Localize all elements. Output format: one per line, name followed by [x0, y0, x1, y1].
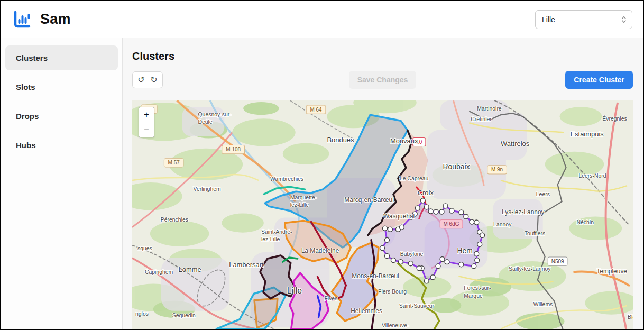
vertex-handle[interactable] — [398, 260, 403, 264]
vertex-handle[interactable] — [388, 227, 392, 232]
map-place-label: Sailly-lez-Lannoy — [509, 265, 551, 272]
map-place-label: Saint-Sauveur — [399, 302, 435, 309]
sidebar-item-drops[interactable]: Drops — [5, 104, 118, 129]
map-place-label: Fives — [324, 295, 337, 301]
map-place-label: Forest-sur- — [464, 285, 491, 291]
vertex-handle[interactable] — [477, 242, 482, 246]
vertex-handle[interactable] — [459, 210, 464, 215]
redo-button[interactable]: ↻ — [149, 73, 159, 87]
vertex-handle[interactable] — [436, 264, 440, 269]
map-place-label: Villeneuve- — [382, 322, 409, 328]
map-place-label: nglos — [135, 310, 149, 317]
sidebar-item-hubs[interactable]: Hubs — [5, 133, 118, 158]
map-place-label: Pérenchies — [161, 216, 188, 223]
vertex-handle[interactable] — [459, 262, 464, 267]
map-place-label: Lille — [287, 285, 302, 295]
city-selector-value: Lille — [542, 15, 555, 24]
map-place-label: Capinghem — [145, 269, 173, 275]
map-place-label: Deûle — [198, 118, 212, 125]
toolbar: ↺ ↻ Save Changes Create Cluster — [132, 71, 633, 89]
vertex-handle[interactable] — [445, 260, 449, 264]
brand: Sam — [12, 10, 71, 30]
map-place-label: Martinoire — [477, 105, 502, 112]
bar-chart-logo-icon — [12, 10, 32, 30]
vertex-handle[interactable] — [475, 258, 480, 263]
map-place-label: Néchin — [576, 219, 594, 225]
map-zoom-out-button[interactable]: − — [139, 122, 154, 137]
vertex-handle[interactable] — [399, 225, 404, 230]
save-changes-button[interactable]: Save Changes — [349, 71, 417, 89]
vertex-handle[interactable] — [417, 266, 421, 271]
vertex-handle[interactable] — [424, 205, 429, 209]
vertex-handle[interactable] — [470, 219, 474, 224]
vertex-handle[interactable] — [449, 208, 454, 213]
create-cluster-button[interactable]: Create Cluster — [565, 71, 633, 89]
vertex-handle[interactable] — [443, 204, 448, 208]
road-badge: M 108 — [222, 145, 245, 154]
map-place-label: Mons-en-Barœul — [352, 272, 399, 280]
map-place-label: Évregnies — [602, 115, 627, 122]
vertex-handle[interactable] — [430, 275, 435, 280]
map-place-label: Wambrechies — [270, 176, 303, 182]
map-place-label: Lambersart — [229, 261, 264, 269]
map-place-label: Mouvaux — [390, 136, 418, 144]
map-place-label: Crétinier — [471, 116, 492, 122]
map-place-label: lez-Lille — [290, 201, 309, 208]
vertex-handle[interactable] — [434, 209, 438, 214]
road-badge: M 64 — [306, 105, 326, 114]
map-place-label: Lomme — [179, 265, 201, 273]
vertex-handle[interactable] — [384, 254, 389, 259]
vertex-handle[interactable] — [384, 237, 389, 242]
map-place-label: Sequedin — [172, 312, 196, 318]
map-place-label: Templeuve — [596, 268, 627, 275]
map-place-label: La Madeleine — [301, 247, 339, 254]
map-place-label: Toufflers — [525, 230, 545, 236]
map-canvas[interactable]: 949M 108M 57M 64M 9nM 6dGN50910 Quesnoy-… — [132, 100, 633, 329]
select-updown-icon — [621, 15, 627, 24]
map-place-label: Estaimpuis — [571, 130, 604, 138]
map-place-label: Hem — [457, 246, 472, 255]
map-place-label: Saint-André- — [261, 228, 292, 235]
vertex-handle[interactable] — [439, 209, 444, 214]
map-zoom-in-button[interactable]: + — [139, 107, 154, 122]
vertex-handle[interactable] — [408, 261, 413, 266]
road-badge-label: M 57 — [168, 160, 180, 166]
city-selector[interactable]: Lille — [535, 10, 632, 29]
map-place-label: Blandain — [628, 314, 633, 320]
map-zoom-control: + − — [139, 107, 154, 138]
map-place-label: Verlinghem — [194, 186, 221, 192]
vertex-handle[interactable] — [440, 257, 445, 262]
map-place-label: Quesnoy-sur- — [198, 111, 232, 117]
vertex-handle[interactable] — [474, 251, 479, 256]
vertex-handle[interactable] — [380, 245, 385, 250]
vertex-handle[interactable] — [480, 233, 485, 237]
app-body: Clusters Slots Drops Hubs Clusters ↺ ↻ S… — [1, 38, 643, 329]
vertex-handle[interactable] — [472, 264, 476, 269]
map-place-label: Wattrelos — [501, 140, 530, 148]
main-content: Clusters ↺ ↻ Save Changes Create Cluster — [123, 38, 643, 329]
vertex-handle[interactable] — [428, 209, 433, 214]
page-title: Clusters — [132, 50, 633, 62]
vertex-handle[interactable] — [383, 226, 388, 231]
map-place-label: lez-Lille — [261, 236, 280, 242]
vertex-handle[interactable] — [464, 214, 468, 219]
undo-redo-group: ↺ ↻ — [132, 71, 163, 88]
map-place-label: Lys-lez-Lannoy — [502, 208, 544, 216]
map-place-label: Marcq-en-Barœul — [344, 196, 394, 204]
vertex-handle[interactable] — [415, 206, 420, 210]
map-place-label: Roubaix — [443, 162, 470, 171]
undo-button[interactable]: ↺ — [136, 73, 146, 87]
sidebar-item-clusters[interactable]: Clusters — [5, 45, 118, 70]
road-badge-label: M 64 — [310, 107, 322, 113]
vertex-handle[interactable] — [391, 258, 395, 263]
sidebar-item-slots[interactable]: Slots — [5, 75, 118, 99]
app-header: Sam Lille — [1, 1, 643, 38]
vertex-handle[interactable] — [420, 198, 425, 203]
road-badge-label: M 9n — [491, 167, 503, 172]
vertex-handle[interactable] — [424, 279, 429, 283]
map-place-label: Wasquehal — [383, 212, 415, 219]
map-place-label: Marquette- — [290, 194, 317, 200]
app-window: Sam Lille Clusters Slots Drops Hubs Clus… — [0, 0, 644, 330]
vertex-handle[interactable] — [474, 220, 479, 225]
map-place-label: Marque — [464, 292, 483, 299]
